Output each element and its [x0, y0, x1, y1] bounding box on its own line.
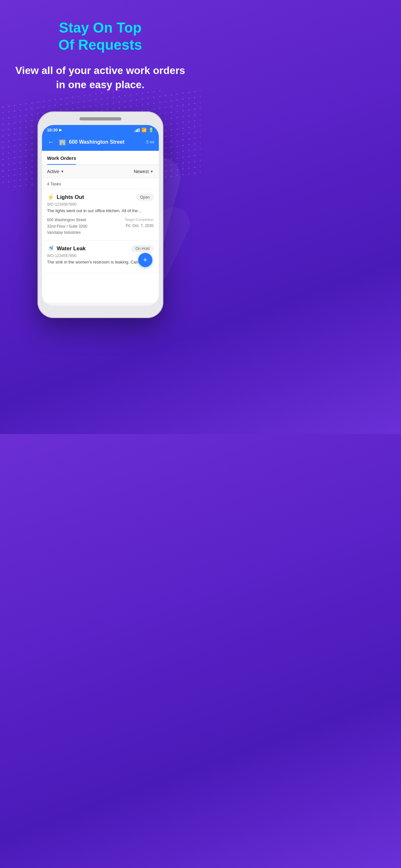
signal-bars [134, 128, 140, 132]
tab-bar: Work Orders [42, 151, 159, 165]
wo-2-icon: 🚿 [47, 245, 54, 252]
hero-title: Stay On Top Of Requests [13, 20, 188, 54]
phone-frame: 10:30 ▶ 📶 🔋 ← 🏢 600 [37, 112, 163, 318]
nav-distance: .5 mi [145, 140, 154, 144]
location-icon: ▶ [59, 128, 62, 132]
status-chevron-icon: ▼ [61, 169, 64, 174]
status-filter-button[interactable]: Active ▼ [47, 169, 64, 174]
status-bar: 10:30 ▶ 📶 🔋 [42, 125, 159, 134]
wo-1-address-line3: Vandalay Industries [47, 229, 88, 236]
status-time-area: 10:30 ▶ [47, 128, 62, 132]
wo-1-address: 600 Washington Street 32nd Floor / Suite… [47, 217, 88, 236]
wo-1-icon: ⚡ [47, 194, 54, 201]
wo-1-address-line2: 32nd Floor / Suite 3200 [47, 223, 88, 229]
hero-section: Stay On Top Of Requests View all of your… [0, 0, 201, 102]
signal-bar-2 [135, 130, 136, 132]
hero-title-line1: Stay On Top [59, 20, 142, 35]
signal-bar-4 [138, 128, 140, 132]
hero-title-line2: Of Requests [58, 37, 142, 53]
wo-2-title-area: 🚿 Water Leak [47, 245, 86, 252]
wifi-icon: 📶 [142, 128, 147, 132]
signal-bar-3 [137, 129, 138, 132]
wo-1-address-line1: 600 Washington Street [47, 217, 88, 223]
status-filter-label: Active [47, 169, 59, 174]
signal-bar-1 [134, 131, 135, 132]
nav-location-title: 600 Washington Street [69, 139, 142, 145]
back-button[interactable]: ← [47, 137, 56, 147]
battery-icon: 🔋 [149, 128, 154, 132]
wo-2-number: WO-1234567890 [47, 253, 154, 258]
phone-mockup: 10:30 ▶ 📶 🔋 ← 🏢 600 [37, 112, 163, 318]
building-icon: 🏢 [59, 138, 66, 146]
hero-subtitle: View all of your active work orders in o… [13, 63, 188, 92]
status-time: 10:30 [47, 128, 58, 132]
fab-button[interactable]: + [138, 253, 152, 267]
wo-2-title: Water Leak [57, 245, 86, 252]
phone-notch [80, 117, 121, 120]
nav-bar: ← 🏢 600 Washington Street .5 mi [42, 134, 159, 151]
status-icons: 📶 🔋 [134, 128, 154, 132]
wo-1-title: Lights Out [57, 194, 84, 200]
tab-work-orders[interactable]: Work Orders [47, 155, 76, 165]
wo-1-title-area: ⚡ Lights Out [47, 194, 84, 201]
